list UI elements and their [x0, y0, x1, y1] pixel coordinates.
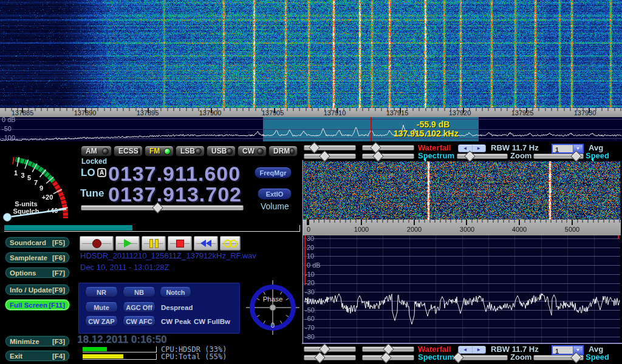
- record-button[interactable]: [80, 236, 114, 251]
- mute-button[interactable]: Mute: [85, 302, 118, 312]
- cw-peak-button[interactable]: CW Peak: [161, 316, 191, 326]
- loop-button[interactable]: [220, 236, 241, 251]
- agc-button[interactable]: AGC Off: [123, 302, 156, 312]
- cw-zap-button[interactable]: CW ZAP: [85, 316, 118, 326]
- waterfall-brightness-slider[interactable]: [304, 346, 356, 352]
- rewind-button[interactable]: [194, 236, 218, 251]
- mode-label: AM: [86, 147, 97, 155]
- spectrum-range-slider[interactable]: [362, 153, 414, 159]
- waterfall-contrast-slider[interactable]: [362, 144, 414, 150]
- pause-button[interactable]: [142, 236, 166, 251]
- rf-db-label: 0 dB: [2, 116, 16, 123]
- rewind-icon: [200, 240, 211, 247]
- spectrum-label[interactable]: Spectrum: [418, 152, 454, 160]
- s-meter-label: 1: [14, 169, 18, 177]
- mode-button-fm[interactable]: FM: [145, 146, 174, 157]
- nr-button[interactable]: NR: [85, 287, 118, 297]
- mode-label: ECSS: [118, 147, 138, 155]
- phase-dial[interactable]: Phase 0: [245, 280, 300, 335]
- despread-button[interactable]: Despread: [161, 302, 193, 312]
- volume-slider[interactable]: [81, 204, 244, 211]
- info-update-button[interactable]: Info / Update[F9]: [5, 284, 70, 295]
- spectrum-ref-slider[interactable]: [304, 153, 356, 159]
- af-spectrum-canvas[interactable]: [304, 235, 620, 343]
- minimize-button[interactable]: Minimize[F3]: [5, 335, 70, 347]
- af-spectrum-bottom-frame: [302, 343, 622, 344]
- af-scale-tick: 5000: [565, 226, 579, 233]
- waterfall-brightness-slider[interactable]: [304, 144, 356, 150]
- arrow-right-icon[interactable]: ►: [473, 145, 486, 152]
- mode-led-icon: [164, 148, 171, 155]
- mode-label: USB: [211, 147, 227, 155]
- cw-fullbw-button[interactable]: CW FullBw: [194, 316, 230, 326]
- waterfall-contrast-slider[interactable]: [362, 346, 414, 352]
- spectrum-label[interactable]: Spectrum: [418, 353, 454, 362]
- avg-dropdown[interactable]: 1 ▼: [552, 345, 584, 355]
- spectrum-range-slider[interactable]: [362, 354, 414, 360]
- af-scale-tick: 3000: [460, 226, 474, 233]
- lo-frequency-display[interactable]: 0137.911.600: [108, 163, 241, 184]
- squelch-level-bar[interactable]: [4, 225, 300, 232]
- rbw-stepper[interactable]: ◄►: [458, 346, 486, 354]
- pause-icon: [149, 239, 159, 248]
- nb-button[interactable]: NB: [123, 287, 156, 297]
- soundcard-button[interactable]: Soundcard[F5]: [5, 237, 70, 248]
- mode-led-icon: [290, 148, 295, 155]
- mode-button-drm[interactable]: DRM: [268, 146, 298, 157]
- rbw-stepper[interactable]: ◄►: [458, 144, 486, 152]
- rf-db-label: -100: [2, 134, 15, 141]
- phase-knob[interactable]: [270, 305, 276, 311]
- options-button[interactable]: Options[F7]: [5, 267, 70, 278]
- speed-slider[interactable]: [533, 354, 584, 360]
- mode-button-cw[interactable]: CW: [238, 146, 267, 157]
- af-waterfall-canvas[interactable]: [304, 161, 620, 220]
- button-hotkey: [F6]: [52, 254, 65, 261]
- notch-button[interactable]: Notch: [160, 287, 191, 297]
- rf-spectrum-canvas[interactable]: [0, 117, 622, 141]
- tune-frequency-display[interactable]: 0137.913.702: [108, 184, 242, 204]
- extio-button[interactable]: ExtIO: [258, 188, 292, 200]
- phase-zero-label: 0: [271, 322, 275, 329]
- cpu-total-bar: [83, 354, 157, 360]
- full-screen-button[interactable]: Full Screen[F11]: [5, 299, 70, 311]
- rf-scale-tick: 137895: [137, 109, 159, 116]
- mode-led-icon: [227, 148, 233, 155]
- button-label: Full Screen: [10, 302, 47, 309]
- chevron-down-icon[interactable]: ▼: [573, 145, 583, 152]
- af-db-label: -30: [305, 288, 315, 295]
- freqmgr-button[interactable]: FreqMgr: [255, 167, 292, 178]
- af-db-label: -10: [305, 271, 315, 278]
- mode-button-am[interactable]: AM: [81, 146, 112, 157]
- avg-value: 1: [553, 346, 573, 354]
- samplerate-button[interactable]: Samplerate[F6]: [5, 252, 70, 263]
- rf-scale-tick: 137910: [324, 109, 346, 116]
- spectrum-ref-slider[interactable]: [304, 354, 356, 360]
- play-button[interactable]: [115, 236, 140, 251]
- af-frequency-scale[interactable]: 0 1000 2000 3000 4000 5000: [303, 220, 621, 235]
- rf-scale-tick: 137900: [199, 109, 222, 116]
- mode-button-lsb[interactable]: LSB: [176, 146, 205, 157]
- s-meter-label: +20: [42, 194, 53, 201]
- arrow-right-icon[interactable]: ►: [473, 346, 486, 353]
- exit-button[interactable]: Exit[F4]: [5, 350, 70, 362]
- play-icon: [124, 239, 132, 248]
- slider-thumb[interactable]: [152, 202, 163, 213]
- lo-auto-button[interactable]: A: [97, 168, 106, 177]
- zoom-slider[interactable]: [457, 153, 508, 159]
- zoom-slider[interactable]: [457, 354, 508, 360]
- mode-button-ecss[interactable]: ECSS: [114, 146, 143, 157]
- button-label: Samplerate: [10, 254, 47, 261]
- mode-label: FM: [149, 147, 160, 155]
- cw-afc-button[interactable]: CW AFC: [123, 316, 156, 326]
- speed-slider[interactable]: [533, 153, 584, 159]
- chevron-down-icon[interactable]: ▼: [573, 346, 583, 354]
- arrow-left-icon[interactable]: ◄: [459, 346, 473, 353]
- stop-button[interactable]: [168, 236, 192, 251]
- rf-db-label: -50: [2, 125, 12, 132]
- rf-frequency-scale[interactable]: 137885 137890 137895 137900 137905 13791…: [0, 108, 622, 117]
- dsp-panel: NR NB Notch Mute AGC Off Despread CW ZAP…: [78, 283, 240, 334]
- rf-waterfall-canvas[interactable]: [0, 0, 622, 108]
- mode-button-usb[interactable]: USB: [207, 146, 236, 157]
- avg-dropdown[interactable]: 1 ▼: [552, 144, 584, 153]
- button-hotkey: [F7]: [52, 269, 65, 277]
